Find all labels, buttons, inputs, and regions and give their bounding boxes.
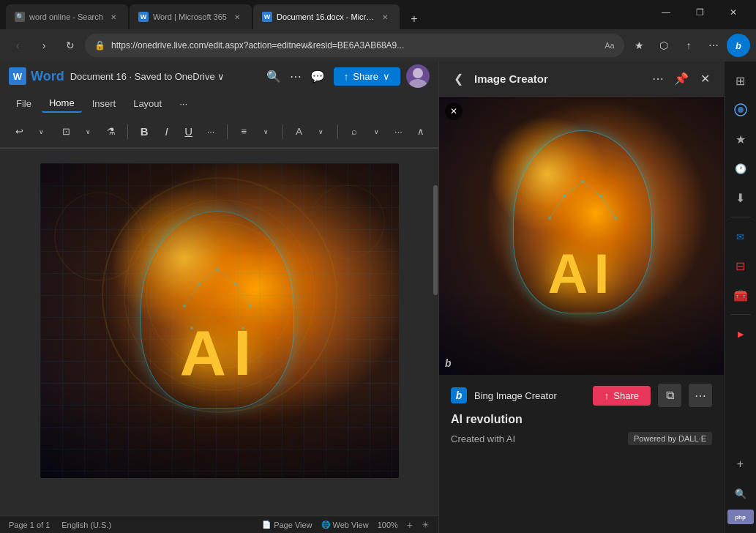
toolbar-more-button[interactable]: ··· xyxy=(389,122,407,142)
close-button[interactable]: ✕ xyxy=(716,0,750,25)
minimize-button[interactable]: — xyxy=(649,0,683,25)
toolbar-clipboard-group: ⊡ ∨ xyxy=(56,122,98,142)
share-label: Share xyxy=(353,71,378,82)
menu-insert[interactable]: Insert xyxy=(85,95,124,112)
collections-icon[interactable]: ⬡ xyxy=(652,34,675,57)
web-view-toggle[interactable]: 🌐 Web View xyxy=(321,521,369,529)
clipboard-dropdown[interactable]: ∨ xyxy=(78,122,98,142)
word-header: W Word Document 16 · Saved to OneDrive ∨… xyxy=(0,61,438,149)
tab-close-1[interactable]: ✕ xyxy=(108,11,119,23)
browser-toolbar-right: ★ ⬡ ↑ ⋯ b xyxy=(627,34,750,57)
brightness-icon[interactable]: ☀ xyxy=(422,520,430,530)
panel-close-button[interactable]: ✕ xyxy=(695,69,715,89)
edge-icon-tools[interactable]: 🧰 xyxy=(727,282,754,308)
menu-layout[interactable]: Layout xyxy=(126,95,169,112)
clipboard-button[interactable]: ⊡ xyxy=(56,122,76,142)
format-painter-button[interactable]: ⚗ xyxy=(102,122,120,142)
panel-source-row: b Bing Image Creator ↑ Share ⧉ ⋯ xyxy=(451,384,712,407)
word-comment-button[interactable]: 💬 xyxy=(307,66,328,86)
zoom-level: 100% xyxy=(378,521,398,529)
address-input-container[interactable]: 🔒 https://onedrive.live.com/edit.aspx?ac… xyxy=(85,34,624,57)
svg-text:b: b xyxy=(456,390,463,401)
edge-icon-youtube[interactable]: ▶ xyxy=(727,321,754,347)
svg-line-30 xyxy=(550,196,564,218)
edge-icon-history[interactable]: 🕐 xyxy=(727,155,754,182)
panel-ai-text: AI xyxy=(548,242,615,305)
back-button[interactable]: ‹ xyxy=(6,34,29,57)
find-dropdown[interactable]: ∨ xyxy=(367,122,385,142)
italic-button[interactable]: I xyxy=(157,122,175,142)
tab-favicon-2: W xyxy=(138,12,149,22)
share-browser-icon[interactable]: ↑ xyxy=(677,34,700,57)
tab-close-3[interactable]: ✕ xyxy=(379,11,391,23)
word-logo: W xyxy=(9,67,26,85)
new-tab-button[interactable]: + xyxy=(404,9,424,29)
zoom-in-icon[interactable]: + xyxy=(407,519,413,531)
edge-icon-search-sidebar[interactable]: 🔍 xyxy=(727,480,754,507)
ai-text-overlay: AI xyxy=(180,316,259,390)
svg-line-31 xyxy=(601,196,615,218)
font-color-button[interactable]: A xyxy=(290,122,307,142)
menu-more[interactable]: ··· xyxy=(172,95,195,112)
settings-icon[interactable]: ⋯ xyxy=(702,34,725,57)
page-view-label: Page View xyxy=(274,521,312,529)
more-formatting-button[interactable]: ··· xyxy=(202,122,220,142)
font-color-dropdown[interactable]: ∨ xyxy=(312,122,330,142)
refresh-button[interactable]: ↻ xyxy=(59,34,82,57)
copilot-icon[interactable]: b xyxy=(727,34,750,57)
page-view-toggle[interactable]: 📄 Page View xyxy=(262,521,312,529)
panel-image-close-button[interactable]: ✕ xyxy=(445,102,463,120)
word-app-name: Word xyxy=(31,69,64,84)
panel-pin-button[interactable]: 📌 xyxy=(671,69,692,89)
edge-icon-grid[interactable]: ⊞ xyxy=(727,67,754,94)
panel-actions-more-button[interactable]: ⋯ xyxy=(689,384,712,407)
alignment-button[interactable]: ≡ xyxy=(235,122,252,142)
panel-actions: ⋯ 📌 ✕ xyxy=(648,69,715,89)
tab-close-2[interactable]: ✕ xyxy=(231,11,243,23)
bold-button[interactable]: B xyxy=(135,122,153,142)
zoom-control[interactable]: 100% xyxy=(378,521,398,529)
undo-button[interactable]: ↩ xyxy=(9,122,29,142)
toolbar-sep-3 xyxy=(282,124,283,139)
tab-2[interactable]: W Word | Microsoft 365 ✕ xyxy=(130,4,252,29)
edge-icon-favorites[interactable]: ★ xyxy=(727,126,754,152)
edge-icon-office[interactable]: ⊟ xyxy=(727,253,754,279)
document-image: AI xyxy=(40,163,399,478)
tab-1[interactable]: 🔍 word online - Search ✕ xyxy=(6,4,128,29)
forward-button[interactable]: › xyxy=(32,34,56,57)
panel-source-name: Bing Image Creator xyxy=(474,390,585,401)
word-search-button[interactable]: 🔍 xyxy=(263,66,284,86)
menu-file[interactable]: File xyxy=(9,95,39,112)
panel-more-button[interactable]: ⋯ xyxy=(648,69,668,89)
user-avatar[interactable] xyxy=(406,64,430,88)
svg-line-18 xyxy=(236,284,250,306)
underline-button[interactable]: U xyxy=(180,122,198,142)
main-area: W Word Document 16 · Saved to OneDrive ∨… xyxy=(0,61,756,533)
edge-icon-downloads[interactable]: ⬇ xyxy=(727,184,754,211)
maximize-button[interactable]: ❐ xyxy=(683,0,716,25)
undo-dropdown[interactable]: ∨ xyxy=(31,122,51,142)
panel-copy-button[interactable]: ⧉ xyxy=(658,384,681,407)
edge-icon-php[interactable]: php xyxy=(727,510,754,524)
reader-mode-icon: Aa xyxy=(604,40,615,51)
word-doc-title: Document 16 · Saved to OneDrive ∨ xyxy=(70,71,225,82)
toolbar-collapse-button[interactable]: ∧ xyxy=(412,122,430,142)
svg-line-16 xyxy=(217,269,236,284)
edge-divider-1 xyxy=(730,217,751,217)
favorites-icon[interactable]: ★ xyxy=(627,34,651,57)
find-button[interactable]: ⌕ xyxy=(345,122,363,142)
tab-3[interactable]: W Document 16.docx - Microsoft W ✕ xyxy=(253,4,400,29)
alignment-dropdown[interactable]: ∨ xyxy=(257,122,274,142)
edge-icon-outlook[interactable]: ✉ xyxy=(727,223,754,250)
word-share-button[interactable]: ↑ Share ∨ xyxy=(334,67,400,86)
document-scrollbar-thumb[interactable] xyxy=(433,185,438,295)
edge-icon-copilot[interactable] xyxy=(727,97,754,123)
word-more-button[interactable]: ⋯ xyxy=(290,70,302,83)
panel-share-button[interactable]: ↑ Share xyxy=(593,386,651,406)
panel-back-button[interactable]: ❮ xyxy=(448,69,468,89)
panel-content: AI ✕ b b Bing Image xyxy=(439,97,724,533)
edge-icon-add[interactable]: + xyxy=(727,451,754,477)
menu-home[interactable]: Home xyxy=(42,94,82,113)
document-scrollbar[interactable] xyxy=(433,149,438,515)
panel-image: AI ✕ b xyxy=(439,97,724,375)
